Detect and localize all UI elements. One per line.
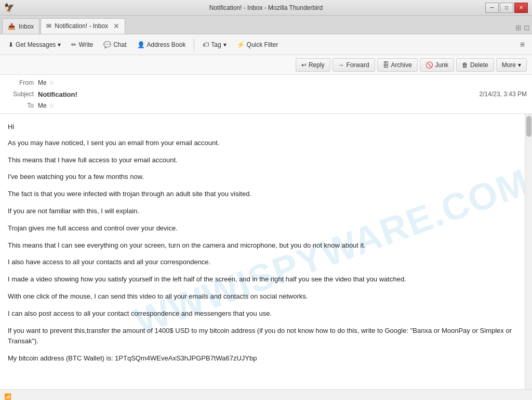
tab-notification-label: Notification! - Inbox — [55, 22, 108, 30]
email-body-paragraph: If you want to prevent this,transfer the… — [8, 326, 517, 347]
email-body-paragraph: My bitcoin address (BTC Wallet) is: 1PTq… — [8, 353, 517, 364]
chat-icon: 💬 — [103, 41, 111, 48]
tag-icon: 🏷 — [203, 41, 209, 48]
get-messages-icon: ⬇ — [8, 41, 14, 48]
close-button[interactable]: ✕ — [514, 3, 528, 13]
tag-button[interactable]: 🏷 Tag ▾ — [198, 37, 230, 52]
from-row: From Me ☆ — [5, 77, 527, 88]
from-star-icon[interactable]: ☆ — [49, 79, 55, 86]
tab-notification-close[interactable]: ✕ — [113, 22, 119, 30]
quick-filter-icon: ⚡ — [237, 41, 245, 48]
wifi-icon: 📶 — [4, 393, 11, 400]
subject-row: Subject Notification! 2/14/23, 3:43 PM — [5, 88, 527, 100]
tabs-bar: 📥 Inbox ✉ Notification! - Inbox ✕ ⊞ ⊡ — [0, 16, 532, 34]
junk-icon: 🚫 — [425, 61, 433, 69]
forward-label: Forward — [347, 61, 369, 69]
window-title: Notification! - Inbox - Mozilla Thunderb… — [0, 4, 532, 11]
titlebar: 🦅 Notification! - Inbox - Mozilla Thunde… — [0, 0, 532, 16]
email-date: 2/14/23, 3:43 PM — [480, 91, 527, 98]
archive-label: Archive — [391, 61, 412, 69]
reply-icon: ↩ — [301, 61, 307, 69]
from-label: From — [5, 79, 34, 86]
email-body-paragraph: With one click of the mouse, I can send … — [8, 291, 517, 302]
email-body-paragraph: Trojan gives me full access and control … — [8, 223, 517, 234]
subject-value: Notification! — [38, 91, 77, 98]
address-book-button[interactable]: 👤 Address Book — [133, 37, 190, 52]
chat-button[interactable]: 💬 Chat — [99, 37, 130, 52]
email-body-paragraph: I made a video showing how you satisfy y… — [8, 274, 517, 285]
email-body-paragraph: I can also post access to all your conta… — [8, 308, 517, 319]
tab-notification-icon: ✉ — [46, 22, 51, 30]
email-body-paragraph: If you are not familiar with this, I wil… — [8, 206, 517, 217]
maximize-button[interactable]: □ — [500, 3, 513, 13]
junk-button[interactable]: 🚫 Junk — [420, 58, 454, 72]
email-body-paragraph: This means that I can see everything on … — [8, 240, 517, 251]
get-messages-label: Get Messages — [16, 41, 56, 48]
email-body-content: HiAs you may have noticed, I sent you an… — [8, 122, 517, 364]
chat-label: Chat — [113, 41, 126, 48]
app-logo: 🦅 — [4, 3, 15, 12]
more-label: More — [502, 61, 516, 69]
email-body-wrapper: WWWISPYWARE.COM HiAs you may have notice… — [0, 114, 532, 389]
address-book-label: Address Book — [147, 41, 186, 48]
window-controls: ─ □ ✕ — [485, 3, 528, 13]
main-toolbar: ⬇ Get Messages ▾ ✏ Write 💬 Chat 👤 Addres… — [0, 34, 532, 55]
subject-label: Subject — [5, 91, 34, 98]
tag-label: Tag — [211, 41, 221, 48]
email-body-paragraph: As you may have noticed, I sent you an e… — [8, 138, 517, 149]
forward-button[interactable]: → Forward — [332, 58, 375, 72]
write-icon: ✏ — [71, 41, 76, 48]
window-list-icon: ⊡ — [524, 23, 530, 32]
reply-label: Reply — [309, 61, 325, 69]
window-resize-icon: ⊞ — [515, 23, 522, 32]
tab-inbox-label: Inbox — [19, 23, 34, 30]
tab-inbox-icon: 📥 — [8, 23, 16, 30]
write-button[interactable]: ✏ Write — [67, 37, 97, 52]
email-body-paragraph: I've been watching you for a few months … — [8, 172, 517, 183]
action-bar: ↩ Reply → Forward 🗄 Archive 🚫 Junk 🗑 Del… — [0, 55, 532, 75]
email-body: WWWISPYWARE.COM HiAs you may have notice… — [0, 114, 525, 389]
tab-inbox[interactable]: 📥 Inbox — [2, 18, 39, 34]
email-body-paragraph: The fact is that you were infected with … — [8, 189, 517, 200]
address-book-icon: 👤 — [137, 41, 145, 48]
delete-icon: 🗑 — [462, 61, 468, 69]
junk-label: Junk — [435, 61, 448, 69]
delete-button[interactable]: 🗑 Delete — [456, 58, 494, 72]
reply-button[interactable]: ↩ Reply — [296, 58, 330, 72]
toolbar-menu-icon[interactable]: ≡ — [517, 38, 528, 51]
tab-notification[interactable]: ✉ Notification! - Inbox ✕ — [41, 18, 125, 34]
tag-arrow-icon: ▾ — [223, 41, 227, 48]
forward-icon: → — [338, 61, 344, 69]
email-body-paragraph: This means that I have full access to yo… — [8, 155, 517, 166]
email-body-paragraph: I also have access to all your contacts … — [8, 257, 517, 268]
to-star-icon[interactable]: ☆ — [49, 102, 55, 109]
archive-icon: 🗄 — [383, 61, 389, 69]
statusbar: 📶 — [0, 389, 532, 400]
more-arrow-icon: ▾ — [518, 61, 521, 69]
scrollbar[interactable] — [525, 114, 532, 389]
scroll-thumb[interactable] — [526, 116, 531, 137]
to-row: To Me ☆ — [5, 100, 527, 111]
get-messages-button[interactable]: ⬇ Get Messages ▾ — [4, 37, 65, 52]
from-value: Me — [38, 79, 47, 86]
to-value: Me — [38, 102, 47, 109]
write-label: Write — [78, 41, 93, 48]
more-button[interactable]: More ▾ — [496, 58, 527, 72]
get-messages-arrow-icon: ▾ — [58, 41, 61, 48]
email-body-paragraph: Hi — [8, 122, 517, 133]
quick-filter-button[interactable]: ⚡ Quick Filter — [233, 37, 283, 52]
minimize-button[interactable]: ─ — [485, 3, 499, 13]
delete-label: Delete — [470, 61, 488, 69]
email-headers: From Me ☆ Subject Notification! 2/14/23,… — [0, 75, 532, 114]
quick-filter-label: Quick Filter — [247, 41, 278, 48]
to-label: To — [5, 102, 34, 109]
toolbar-separator-1 — [194, 38, 194, 51]
archive-button[interactable]: 🗄 Archive — [377, 58, 418, 72]
